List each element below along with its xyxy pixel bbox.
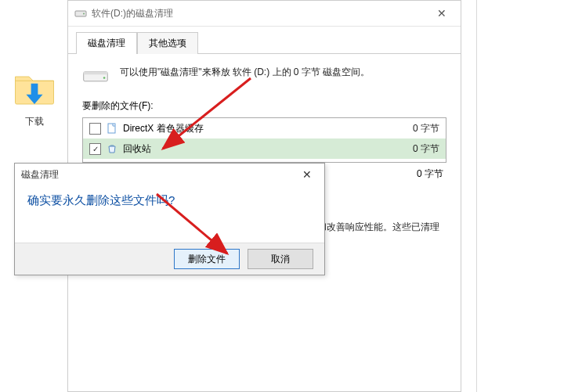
desktop-folder-label: 下载 bbox=[11, 115, 58, 128]
item-size: 0 字节 bbox=[396, 142, 439, 156]
svg-rect-5 bbox=[108, 124, 115, 133]
window-close-button[interactable]: ✕ bbox=[429, 4, 454, 23]
cancel-button[interactable]: 取消 bbox=[248, 249, 313, 269]
dialog-close-button[interactable]: ✕ bbox=[296, 167, 318, 182]
dialog-titlebar: 磁盘清理 ✕ bbox=[15, 164, 324, 185]
window-title: 软件(D:)的磁盘清理 bbox=[92, 7, 173, 20]
folder-download-icon bbox=[13, 66, 56, 110]
dialog-button-row: 删除文件 取消 bbox=[15, 243, 324, 275]
list-item[interactable]: ✓ 回收站 0 字节 bbox=[83, 138, 446, 159]
tab-disk-cleanup[interactable]: 磁盘清理 bbox=[76, 32, 137, 54]
dialog-message: 确实要永久删除这些文件吗? bbox=[15, 185, 324, 216]
file-icon bbox=[106, 122, 118, 135]
delete-files-button[interactable]: 删除文件 bbox=[174, 249, 240, 269]
svg-point-1 bbox=[83, 13, 85, 15]
total-size: 0 字节 bbox=[399, 167, 443, 181]
confirm-dialog: 磁盘清理 ✕ 确实要永久删除这些文件吗? 删除文件 取消 bbox=[14, 163, 325, 275]
svg-rect-3 bbox=[84, 72, 108, 74]
file-list[interactable]: DirectX 着色器缓存 0 字节 ✓ 回收站 0 字节 bbox=[82, 117, 446, 163]
svg-point-4 bbox=[103, 77, 106, 79]
dialog-title: 磁盘清理 bbox=[21, 168, 59, 182]
files-to-delete-label: 要删除的文件(F): bbox=[82, 99, 446, 113]
list-item[interactable]: DirectX 着色器缓存 0 字节 bbox=[83, 118, 446, 138]
checkbox[interactable] bbox=[89, 123, 101, 135]
titlebar: 软件(D:)的磁盘清理 ✕ bbox=[68, 1, 461, 27]
item-name: DirectX 着色器缓存 bbox=[123, 122, 391, 135]
drive-large-icon bbox=[82, 67, 109, 85]
recycle-bin-icon bbox=[106, 142, 118, 155]
tabstrip: 磁盘清理 其他选项 bbox=[68, 27, 461, 54]
summary-text: 可以使用"磁盘清理"来释放 软件 (D:) 上的 0 字节 磁盘空间。 bbox=[120, 65, 370, 79]
right-border bbox=[476, 0, 477, 392]
item-name: 回收站 bbox=[123, 142, 391, 156]
desktop-folder[interactable]: 下载 bbox=[11, 66, 58, 128]
tab-more-options[interactable]: 其他选项 bbox=[137, 32, 198, 54]
item-size: 0 字节 bbox=[396, 122, 439, 135]
drive-icon bbox=[74, 7, 87, 20]
checkbox[interactable]: ✓ bbox=[89, 143, 101, 155]
